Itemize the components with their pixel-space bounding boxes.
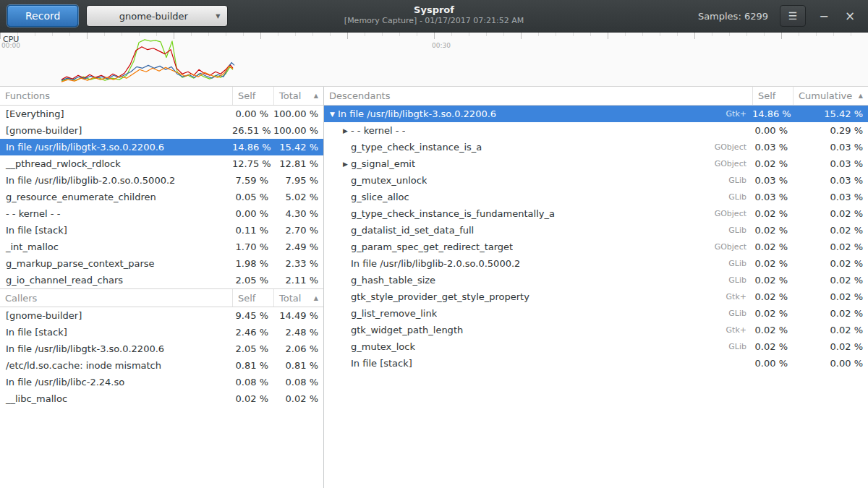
table-row[interactable]: g_mutex_unlockGLib0.03 %0.03 % <box>324 172 868 189</box>
cell-cumulative: 0.00 % <box>793 358 868 369</box>
cell-cumulative: 0.02 % <box>793 325 868 335</box>
table-row[interactable]: [Everything]0.00 %100.00 % <box>0 106 323 122</box>
cell-function-name: g_param_spec_get_redirect_target <box>351 241 513 252</box>
expander-collapsed-icon[interactable]: ▶ <box>340 160 351 168</box>
table-row[interactable]: gtk_widget_path_lengthGtk+0.02 %0.02 % <box>324 322 868 338</box>
descendants-table-header: Descendants Self Cumulative ▲ <box>324 87 868 106</box>
table-row[interactable]: In file [stack]0.00 %0.00 % <box>324 355 868 372</box>
cell-function-name: [gnome-builder] <box>0 125 232 136</box>
cell-function-name: g_markup_parse_context_parse <box>0 258 232 269</box>
cell-tree-name: In file [stack] <box>324 358 752 369</box>
cell-total: 5.02 % <box>273 192 323 202</box>
cell-function-name: g_mutex_lock <box>351 341 415 352</box>
hamburger-menu-button[interactable]: ☰ <box>780 5 806 27</box>
cell-self: 0.05 % <box>232 192 273 202</box>
table-row[interactable]: g_param_spec_get_redirect_targetGObject0… <box>324 239 868 255</box>
cell-self: 9.45 % <box>232 310 273 321</box>
table-row[interactable]: ▼In file /usr/lib/libgtk-3.so.0.2200.6Gt… <box>324 106 868 122</box>
minimize-button[interactable]: − <box>816 9 832 23</box>
expander-collapsed-icon[interactable]: ▶ <box>340 127 351 134</box>
cell-self: 0.03 % <box>752 142 793 153</box>
table-row[interactable]: g_type_check_instance_is_aGObject0.03 %0… <box>324 139 868 155</box>
column-header-self[interactable]: Self <box>232 87 273 105</box>
cell-self: 1.70 % <box>232 241 273 252</box>
record-button[interactable]: Record <box>7 5 78 27</box>
cell-cumulative: 0.02 % <box>793 308 868 319</box>
column-header-descendants[interactable]: Descendants <box>324 87 752 105</box>
table-row[interactable]: g_list_remove_linkGLib0.02 %0.02 % <box>324 305 868 322</box>
table-row[interactable]: g_datalist_id_set_data_fullGLib0.02 %0.0… <box>324 222 868 239</box>
table-row[interactable]: __libc_malloc0.02 %0.02 % <box>0 390 323 407</box>
cpu-graph-area[interactable]: CPU 00:00 00:30 <box>0 33 868 87</box>
cell-tree-name: g_datalist_id_set_data_fullGLib <box>324 225 752 236</box>
library-badge: GObject <box>715 209 752 218</box>
window-title: Sysprof <box>344 4 524 16</box>
cell-self: 0.02 % <box>232 393 273 404</box>
cell-tree-name: g_list_remove_linkGLib <box>324 308 752 319</box>
cell-cumulative: 15.42 % <box>793 108 868 119</box>
cell-function-name: __libc_malloc <box>0 393 232 404</box>
headerbar: Record gnome-builder ▼ Sysprof [Memory C… <box>0 0 868 33</box>
cell-self: 0.81 % <box>232 360 273 371</box>
cell-function-name: __pthread_rwlock_rdlock <box>0 158 232 169</box>
descendants-table: ▼In file /usr/lib/libgtk-3.so.0.2200.6Gt… <box>324 106 868 372</box>
table-row[interactable]: gtk_style_provider_get_style_propertyGtk… <box>324 288 868 305</box>
table-row[interactable]: In file /usr/lib/libglib-2.0.so.0.5000.2… <box>0 172 323 189</box>
column-header-self[interactable]: Self <box>232 289 273 307</box>
sort-arrow-icon: ▲ <box>311 295 318 301</box>
column-header-cumulative-label: Cumulative <box>799 90 852 101</box>
cell-function-name: g_type_check_instance_is_fundamentally_a <box>351 208 555 219</box>
column-header-callers[interactable]: Callers <box>0 289 232 307</box>
library-badge: GObject <box>715 142 752 152</box>
cell-tree-name: g_slice_allocGLib <box>324 192 752 202</box>
table-row[interactable]: [gnome-builder]26.51 %100.00 % <box>0 122 323 139</box>
cell-self: 0.02 % <box>752 225 793 236</box>
cell-cumulative: 0.03 % <box>793 158 868 169</box>
cell-total: 100.00 % <box>273 108 323 119</box>
table-row[interactable]: __pthread_rwlock_rdlock12.75 %12.81 % <box>0 155 323 172</box>
cpu-series-blue <box>61 62 234 80</box>
cell-self: 0.02 % <box>752 275 793 286</box>
cell-tree-name: In file /usr/lib/libglib-2.0.so.0.5000.2… <box>324 258 752 269</box>
table-row[interactable]: In file /usr/lib/libgtk-3.so.0.2200.614.… <box>0 139 323 155</box>
table-row[interactable]: g_hash_table_sizeGLib0.02 %0.02 % <box>324 272 868 288</box>
table-row[interactable]: In file [stack]2.46 %2.48 % <box>0 324 323 341</box>
process-selector[interactable]: gnome-builder ▼ <box>86 5 228 27</box>
cell-function-name: - - kernel - - <box>0 208 232 219</box>
left-panel-empty-space <box>0 407 323 488</box>
cell-cumulative: 0.02 % <box>793 208 868 219</box>
column-header-total[interactable]: Total ▲ <box>273 289 323 307</box>
table-row[interactable]: g_markup_parse_context_parse1.98 %2.33 % <box>0 255 323 272</box>
column-header-self[interactable]: Self <box>752 87 793 105</box>
close-button[interactable]: × <box>842 9 858 23</box>
cell-self: 7.59 % <box>232 175 273 186</box>
table-row[interactable]: In file /usr/lib/libgtk-3.so.0.2200.62.0… <box>0 341 323 357</box>
table-row[interactable]: /etc/ld.so.cache: inode mismatch0.81 %0.… <box>0 357 323 374</box>
library-badge: GLib <box>728 275 752 285</box>
cell-function-name: g_hash_table_size <box>351 275 435 286</box>
table-row[interactable]: g_mutex_lockGLib0.02 %0.02 % <box>324 338 868 355</box>
table-row[interactable]: ▶g_signal_emitGObject0.02 %0.03 % <box>324 155 868 172</box>
cell-cumulative: 0.02 % <box>793 241 868 252</box>
cell-cumulative: 0.02 % <box>793 291 868 302</box>
table-row[interactable]: In file [stack]0.11 %2.70 % <box>0 222 323 239</box>
table-row[interactable]: [gnome-builder]9.45 %14.49 % <box>0 307 323 324</box>
table-row[interactable]: g_type_check_instance_is_fundamentally_a… <box>324 205 868 222</box>
cell-self: 14.86 % <box>752 108 793 119</box>
cell-function-name: g_resource_enumerate_children <box>0 192 232 202</box>
table-row[interactable]: ▶- - kernel - -0.00 %0.29 % <box>324 122 868 139</box>
right-panel-empty-space <box>324 372 868 488</box>
table-row[interactable]: g_io_channel_read_chars2.05 %2.11 % <box>0 272 323 288</box>
table-row[interactable]: - - kernel - -0.00 %4.30 % <box>0 205 323 222</box>
column-header-total[interactable]: Total ▲ <box>273 87 323 105</box>
cell-total: 4.30 % <box>273 208 323 219</box>
table-row[interactable]: g_slice_allocGLib0.03 %0.03 % <box>324 189 868 205</box>
table-row[interactable]: In file /usr/lib/libc-2.24.so0.08 %0.08 … <box>0 374 323 390</box>
table-row[interactable]: g_resource_enumerate_children0.05 %5.02 … <box>0 189 323 205</box>
column-header-functions[interactable]: Functions <box>0 87 232 105</box>
column-header-cumulative[interactable]: Cumulative ▲ <box>793 87 868 105</box>
cell-total: 2.70 % <box>273 225 323 236</box>
expander-expanded-icon[interactable]: ▼ <box>327 111 338 118</box>
table-row[interactable]: In file /usr/lib/libglib-2.0.so.0.5000.2… <box>324 255 868 272</box>
table-row[interactable]: _int_malloc1.70 %2.49 % <box>0 239 323 255</box>
